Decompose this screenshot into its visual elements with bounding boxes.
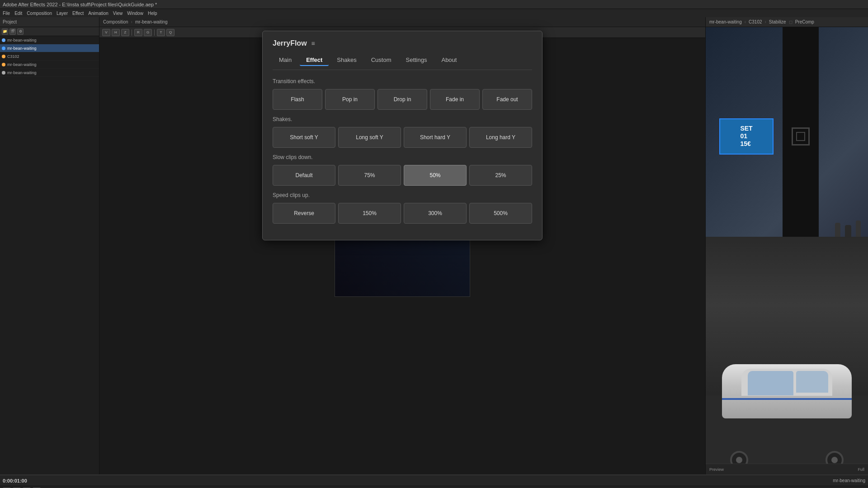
preview-ctrl-label: Preview	[709, 467, 724, 472]
center-top-bar: Composition › mr-bean-waiting	[99, 17, 705, 27]
new-folder-icon[interactable]: 📁	[2, 28, 8, 35]
tab-main[interactable]: Main	[273, 55, 298, 66]
bottom-timeline: 0:00:01:00 mr-bean-waiting + S H 🔒 Toggl…	[0, 474, 868, 488]
shakes-grid: Short soft Y Long soft Y Short hard Y Lo…	[273, 127, 532, 148]
modal-title: JerryFlow	[273, 39, 307, 47]
menu-window[interactable]: Window	[127, 11, 143, 16]
left-panel: Project 📁 🎬 ⚙ mr-bean-waiting mr-bean-wa…	[0, 17, 99, 474]
preview-breadcrumb-4: PreComp	[795, 19, 814, 24]
modal-header: JerryFlow ≡	[273, 39, 532, 47]
menu-file[interactable]: File	[3, 11, 10, 16]
toolbar-separator-2	[154, 29, 155, 36]
preview-breadcrumb-3: Stabilize	[769, 19, 786, 24]
tool-text[interactable]: T	[157, 29, 165, 36]
tab-shakes[interactable]: Shakes	[330, 55, 363, 66]
menu-effect[interactable]: Effect	[72, 11, 84, 16]
project-layer-list: mr-bean-waiting mr-bean-waiting C3102 mr…	[0, 36, 99, 474]
tool-hand[interactable]: H	[112, 29, 120, 36]
timeline-controls: + S H 🔒 Toggle Switches / Modes	[0, 486, 868, 488]
preview-store-scene: SET0115€	[706, 27, 868, 245]
title-bar: Adobe After Effects 2022 - E:\Insta stuf…	[0, 0, 868, 9]
menu-edit[interactable]: Edit	[14, 11, 22, 16]
menu-layer[interactable]: Layer	[57, 11, 68, 16]
comp-label: Composition	[103, 19, 128, 24]
new-comp-icon[interactable]: 🎬	[9, 28, 16, 35]
preview-breadcrumb-2: C3102	[749, 19, 762, 24]
store-sign: SET0115€	[719, 118, 774, 155]
slow-clips-grid: Default 75% 50% 25%	[273, 165, 532, 186]
btn-500[interactable]: 500%	[469, 203, 532, 224]
timeline-header: 0:00:01:00 mr-bean-waiting	[0, 475, 868, 486]
preview-breadcrumb-1: mr-bean-waiting	[709, 19, 742, 24]
tool-shape[interactable]: Q	[166, 29, 175, 36]
btn-25[interactable]: 25%	[469, 165, 532, 186]
project-panel-header: Project	[0, 17, 99, 27]
preview-car	[722, 364, 852, 418]
menu-help[interactable]: Help	[148, 11, 157, 16]
btn-fade-in[interactable]: Fade in	[430, 89, 480, 110]
shakes-label: Shakes.	[273, 116, 532, 122]
speed-clips-grid: Reverse 150% 300% 500%	[273, 203, 532, 224]
btn-flash[interactable]: Flash	[273, 89, 322, 110]
preview-image: SET0115€	[706, 27, 868, 464]
btn-150[interactable]: 150%	[338, 203, 401, 224]
breadcrumb-comp: mr-bean-waiting	[135, 19, 168, 24]
timeline-label: mr-bean-waiting	[833, 478, 865, 483]
menu-composition[interactable]: Composition	[27, 11, 52, 16]
preview-header: mr-bean-waiting ‹ C3102 › Stabilize ◻ Pr…	[706, 17, 868, 27]
layer-item-2[interactable]: C3102	[0, 52, 99, 61]
btn-drop-in[interactable]: Drop in	[377, 89, 427, 110]
center-panel: Composition › mr-bean-waiting V H Z R G …	[99, 17, 705, 474]
btn-300[interactable]: 300%	[404, 203, 467, 224]
breadcrumb-sep-1: ›	[131, 19, 132, 24]
people-silhouettes	[828, 27, 868, 245]
tab-about[interactable]: About	[435, 55, 463, 66]
tool-zoom[interactable]: Z	[121, 29, 129, 36]
main-layout: Project 📁 🎬 ⚙ mr-bean-waiting mr-bean-wa…	[0, 17, 868, 474]
layer-item[interactable]: mr-bean-waiting	[0, 36, 99, 44]
modal-menu-icon[interactable]: ≡	[311, 40, 315, 47]
btn-long-hard-y[interactable]: Long hard Y	[469, 127, 532, 148]
layer-item-3[interactable]: mr-bean-waiting	[0, 61, 99, 69]
btn-fade-out[interactable]: Fade out	[482, 89, 532, 110]
layer-item-active[interactable]: mr-bean-waiting	[0, 44, 99, 52]
slow-clips-label: Slow clips down.	[273, 154, 532, 160]
btn-75[interactable]: 75%	[338, 165, 401, 186]
preview-controls: Preview Full	[706, 464, 868, 474]
preview-ctrl-fps: Full	[858, 467, 864, 472]
tab-effect[interactable]: Effect	[300, 55, 329, 66]
tool-rotate[interactable]: R	[134, 29, 142, 36]
transition-effects-label: Transition effects.	[273, 78, 532, 84]
timecode-display: 0:00:01:00	[3, 478, 27, 483]
tool-pen[interactable]: G	[144, 29, 152, 36]
btn-short-hard-y[interactable]: Short hard Y	[404, 127, 467, 148]
transition-effects-grid: Flash Pop in Drop in Fade in Fade out	[273, 89, 532, 110]
btn-long-soft-y[interactable]: Long soft Y	[338, 127, 401, 148]
modal-tabs: Main Effect Shakes Custom Settings About	[273, 55, 532, 70]
btn-default[interactable]: Default	[273, 165, 335, 186]
jerryflow-modal: JerryFlow ≡ Main Effect Shakes Custom Se…	[262, 31, 542, 240]
toolbar-separator	[132, 29, 132, 36]
building-element	[783, 27, 819, 245]
preview-car-scene	[706, 237, 868, 464]
tab-settings[interactable]: Settings	[399, 55, 433, 66]
left-icons-row: 📁 🎬 ⚙	[0, 27, 99, 36]
settings-icon[interactable]: ⚙	[17, 28, 24, 35]
menu-bar: File Edit Composition Layer Effect Anima…	[0, 9, 868, 17]
layer-item-4[interactable]: mr-bean-waiting	[0, 69, 99, 77]
app-title: Adobe After Effects 2022 - E:\Insta stuf…	[3, 2, 157, 7]
preview-placeholder: SET0115€	[706, 27, 868, 464]
menu-animation[interactable]: Animation	[88, 11, 108, 16]
btn-reverse[interactable]: Reverse	[273, 203, 335, 224]
tab-custom[interactable]: Custom	[365, 55, 398, 66]
btn-short-soft-y[interactable]: Short soft Y	[273, 127, 335, 148]
speed-clips-label: Speed clips up.	[273, 192, 532, 198]
right-panel: mr-bean-waiting ‹ C3102 › Stabilize ◻ Pr…	[705, 17, 868, 474]
tool-select[interactable]: V	[102, 29, 110, 36]
menu-view[interactable]: View	[113, 11, 123, 16]
project-label: Project	[3, 19, 17, 24]
btn-pop-in[interactable]: Pop in	[325, 89, 375, 110]
btn-50[interactable]: 50%	[404, 165, 467, 186]
